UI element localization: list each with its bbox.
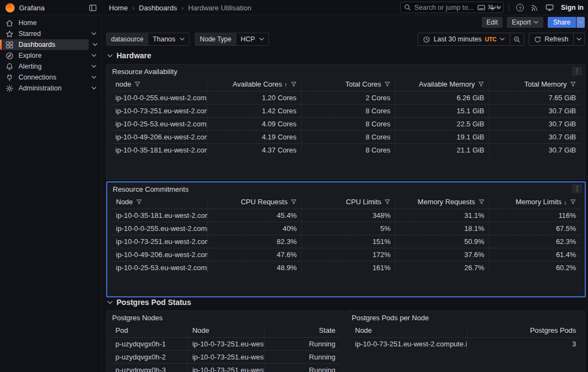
plug-icon [5, 74, 14, 82]
cell-pod: p-uzydqvgx0h-1 [111, 338, 188, 351]
node-type-select[interactable]: HCP [236, 33, 269, 46]
help-button[interactable]: ? [516, 4, 524, 11]
filter-icon[interactable] [570, 81, 576, 87]
nav-actions: + ? Sign in [491, 0, 584, 15]
column-header-pod[interactable]: Pod [111, 325, 188, 338]
breadcrumb-separator-icon: › [181, 4, 183, 12]
sidebar-item-explore[interactable]: Explore [0, 50, 101, 61]
column-header-postgres_pods[interactable]: Postgres Pods [467, 325, 580, 338]
variable-label: datasource [106, 33, 148, 46]
grafana-logo-icon[interactable] [5, 3, 15, 13]
row-postgres-pod-status[interactable]: Postgres Pod Status [107, 298, 191, 307]
template-variables: datasource Thanos Node Type HCP [106, 33, 269, 46]
sign-in-button[interactable]: Sign in [561, 4, 584, 11]
cell-cpu_requests: 82.3% [208, 235, 302, 248]
panel-title[interactable]: Postgres Pods per Node [346, 311, 585, 324]
sidebar-item-connections[interactable]: Connections [0, 72, 101, 83]
column-header-node[interactable]: Node [112, 196, 208, 209]
table-row: ip-10-0-35-181.eu-west-2.compute.interna… [112, 209, 580, 222]
panel-title[interactable]: Postgres Nodes [107, 311, 344, 324]
cell-node: ip-10-0-73-251.eu-west-2.compute.interna… [351, 338, 467, 351]
column-header-label: Available Memory [419, 80, 475, 88]
filter-icon[interactable] [291, 199, 297, 205]
share-button[interactable]: Share [548, 17, 576, 28]
column-header-memory_requests[interactable]: Memory Requests [395, 196, 489, 209]
filter-icon[interactable] [570, 199, 576, 205]
refresh-interval-button[interactable] [574, 33, 585, 46]
cell-available_cores: 4.37 Cores [207, 144, 301, 157]
column-header-node[interactable]: Node [351, 325, 467, 338]
time-zoom-out-button[interactable] [510, 33, 524, 46]
cell-available_memory: 6.26 GiB [395, 92, 488, 105]
export-button[interactable]: Export [507, 17, 543, 28]
breadcrumb: Home › Dashboards › Hardware Utilisation [109, 0, 252, 15]
cell-total_cores: 8 Cores [301, 144, 395, 157]
panel-title[interactable]: Resource Commitments [107, 182, 585, 195]
refresh-button[interactable]: Refresh [529, 33, 574, 46]
cell-pod: p-uzydqvgx0h-3 [111, 364, 188, 372]
cell-node: ip-10-0-73-251.eu-west-2.compute.interna… [111, 105, 207, 118]
sidebar-item-home[interactable]: Home [0, 17, 101, 28]
filter-icon[interactable] [384, 199, 390, 205]
postgres-nodes-table: PodNodeStatep-uzydqvgx0h-1ip-10-0-73-251… [111, 325, 340, 372]
cell-cpu_limits: 5% [302, 222, 395, 235]
breadcrumb-dashboards[interactable]: Dashboards [139, 4, 177, 12]
cell-memory_limits: 60.2% [489, 261, 580, 275]
table-row: ip-10-0-73-251.eu-west-2.compute.interna… [111, 105, 580, 118]
sidebar: Home Starred Dashboards Explore Alerting… [0, 15, 102, 372]
column-header-node[interactable]: Node [188, 325, 265, 338]
table-row: ip-10-0-35-181.eu-west-2.compute.interna… [111, 144, 580, 157]
panel-resource-commitments: Resource Commitments ⋮ NodeCPU RequestsC… [106, 181, 586, 297]
sidebar-item-administration[interactable]: Administration [0, 83, 101, 94]
filter-icon[interactable] [136, 199, 142, 205]
search-input[interactable]: Search or jump to... ⌘+k [400, 2, 504, 13]
column-header-total_memory[interactable]: Total Memory [489, 78, 580, 92]
sidebar-item-starred[interactable]: Starred [0, 28, 101, 39]
column-header-memory_limits[interactable]: Memory Limits↓ [489, 196, 580, 209]
filter-icon[interactable] [478, 81, 484, 87]
news-rss-button[interactable] [531, 4, 538, 11]
brand-label: Grafana [19, 4, 45, 12]
cell-available_cores: 4.19 Cores [207, 131, 301, 144]
column-header-label: Postgres Pods [530, 326, 576, 334]
sidebar-toggle-button[interactable] [88, 3, 97, 13]
monitor-icon[interactable] [546, 4, 554, 11]
column-header-available_memory[interactable]: Available Memory [395, 78, 488, 92]
share-split-button: Share [548, 17, 585, 28]
sidebar-item-alerting[interactable]: Alerting [0, 61, 101, 72]
column-header-label: Node [355, 326, 372, 334]
brand: Grafana [0, 0, 102, 15]
breadcrumb-home[interactable]: Home [109, 4, 128, 12]
cell-cpu_requests: 40% [208, 222, 302, 235]
edit-button[interactable]: Edit [482, 17, 503, 28]
new-menu-button[interactable]: + [491, 4, 502, 12]
filter-icon[interactable] [134, 81, 140, 87]
cell-memory_requests: 50.9% [395, 235, 489, 248]
row-hardware[interactable]: Hardware [107, 51, 151, 60]
filter-icon[interactable] [291, 81, 297, 87]
filter-icon[interactable] [479, 199, 485, 205]
column-header-node[interactable]: node [111, 78, 207, 92]
chevron-down-icon [107, 54, 113, 58]
table-row: p-uzydqvgx0h-1ip-10-0-73-251.eu-west-2.c… [111, 338, 340, 351]
column-header-cpu_requests[interactable]: CPU Requests [208, 196, 302, 209]
table-header-row: nodeAvailable Cores↑Total CoresAvailable… [111, 78, 580, 92]
cell-cpu_limits: 172% [302, 248, 395, 261]
column-header-label: Total Memory [524, 80, 567, 88]
panel-title[interactable]: Resource Availability [107, 65, 585, 77]
table-row: ip-10-0-25-53.eu-west-2.compute.internal… [111, 118, 580, 131]
column-header-cpu_limits[interactable]: CPU Limits [302, 196, 395, 209]
column-header-total_cores[interactable]: Total Cores [301, 78, 395, 92]
share-menu-button[interactable] [577, 17, 585, 28]
table-row: ip-10-0-73-251.eu-west-2.compute.interna… [112, 235, 580, 248]
panel-menu-button[interactable]: ⋮ [572, 184, 582, 193]
panel-menu-button[interactable]: ⋮ [572, 66, 582, 76]
time-range-button[interactable]: Last 30 minutes UTC [418, 33, 510, 46]
sidebar-item-dashboards[interactable]: Dashboards [0, 39, 89, 50]
datasource-select[interactable]: Thanos [148, 33, 189, 46]
filter-icon[interactable] [384, 81, 390, 87]
column-header-available_cores[interactable]: Available Cores↑ [207, 78, 301, 92]
panel-postgres-pods-per-node: Postgres Pods per Node NodePostgres Pods… [346, 310, 585, 372]
column-header-state[interactable]: State [264, 325, 340, 338]
zoom-out-icon [513, 36, 520, 43]
